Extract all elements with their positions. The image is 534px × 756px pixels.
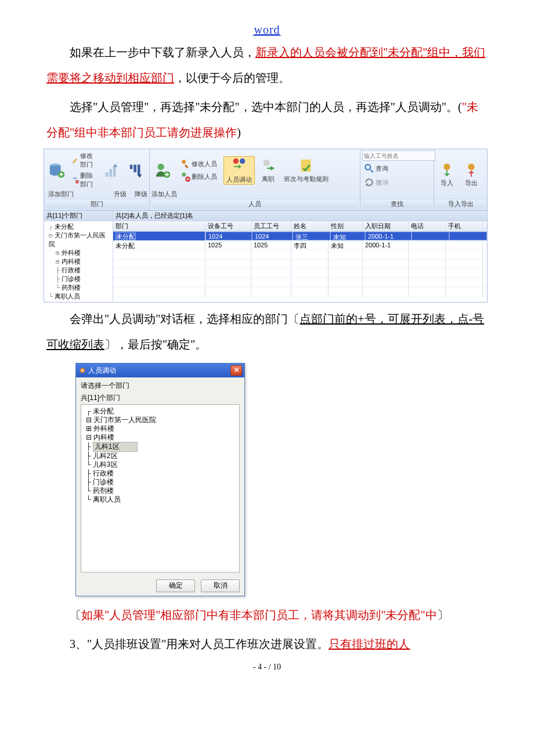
export-button[interactable]: 导出 bbox=[460, 161, 482, 188]
page-footer: - 4 - / 10 bbox=[46, 663, 488, 672]
paragraph-1: 如果在上一步中下载了新录入人员，新录入的人员会被分配到"未分配"组中，我们需要将… bbox=[46, 39, 488, 91]
table-row[interactable]: 未分配 1025 1025 李四 未知 2000-1-1 bbox=[113, 241, 487, 250]
table-row bbox=[113, 250, 487, 260]
svg-rect-8 bbox=[134, 165, 136, 172]
database-add-icon bbox=[48, 161, 66, 179]
gear-icon bbox=[78, 366, 86, 375]
magnifier-icon bbox=[364, 163, 374, 174]
svg-point-15 bbox=[233, 158, 239, 163]
pencil-icon bbox=[72, 155, 79, 165]
dialog-tree[interactable]: ┌ 未分配 ⊟ 天门市第一人民医院 ⊞ 外科楼 ⊟ 内科楼 ├ 儿科1区 ├ 儿… bbox=[81, 404, 240, 573]
svg-point-16 bbox=[240, 158, 245, 163]
downgrade-button[interactable] bbox=[125, 161, 147, 179]
cancel-button[interactable]: 取消 bbox=[201, 579, 240, 592]
page-header: word bbox=[46, 23, 488, 36]
svg-rect-4 bbox=[106, 172, 109, 177]
modify-dept-button[interactable]: 修改部门 bbox=[70, 150, 99, 170]
close-icon[interactable]: ✕ bbox=[230, 365, 242, 376]
search-input[interactable] bbox=[362, 150, 435, 161]
user-edit-icon bbox=[180, 159, 190, 169]
svg-rect-9 bbox=[138, 165, 140, 176]
table-row[interactable]: 未分配 1024 1024 张三 未知 2000-1-1 bbox=[113, 232, 487, 241]
bars-down-icon bbox=[128, 161, 145, 179]
paragraph-4: 〔如果"人员管理"相应部门中有非本部门员工，请将其调动到"未分配"中〕 bbox=[46, 602, 488, 628]
svg-point-19 bbox=[365, 164, 370, 170]
cancel-search-button[interactable]: 撤消 bbox=[362, 176, 432, 189]
svg-point-12 bbox=[182, 160, 186, 164]
svg-point-20 bbox=[443, 164, 450, 170]
svg-rect-7 bbox=[130, 165, 133, 170]
delete-dept-button[interactable]: 删除部门 bbox=[70, 170, 99, 190]
leave-button[interactable]: 离职 bbox=[257, 157, 279, 183]
import-button[interactable]: 导入 bbox=[436, 161, 458, 188]
paragraph-2: 选择"人员管理"，再选择"未分配"，选中本部门的人员，再选择"人员调动"。("未… bbox=[46, 94, 488, 145]
dept-tree[interactable]: ┌ 未分配 ⊟ 天门市第一人民医院 ⊞ 外科楼 ⊞ 内科楼 ├ 行政楼 ├ 门诊… bbox=[44, 221, 113, 302]
users-swap-icon bbox=[230, 157, 248, 174]
bars-up-icon bbox=[103, 161, 121, 179]
transfer-person-button[interactable]: 人员调动 bbox=[223, 156, 255, 185]
svg-rect-6 bbox=[113, 166, 116, 177]
svg-point-23 bbox=[81, 370, 84, 372]
dialog-count: 共[11]个部门 bbox=[81, 393, 240, 403]
svg-point-2 bbox=[73, 178, 77, 179]
svg-point-10 bbox=[158, 164, 164, 170]
database-delete-icon bbox=[72, 175, 79, 185]
user-export-icon bbox=[463, 161, 480, 179]
user-delete-icon bbox=[180, 171, 190, 182]
user-import-icon bbox=[438, 161, 456, 179]
shift-rule-button[interactable]: 班次与考勤规则 bbox=[282, 157, 331, 183]
user-leave-icon bbox=[259, 157, 277, 175]
dept-count: 共[11]个部门 bbox=[44, 211, 113, 221]
table-row bbox=[113, 260, 487, 269]
add-person-button[interactable] bbox=[151, 161, 174, 179]
svg-point-17 bbox=[264, 159, 270, 165]
screenshot-toolbar: 修改部门 删除部门 添加部门升级 降级 部门 修改人员 删除人员 bbox=[46, 149, 488, 303]
selected-node[interactable]: 儿科1区 bbox=[93, 442, 138, 452]
user-add-icon bbox=[154, 161, 171, 179]
modify-person-button[interactable]: 修改人员 bbox=[178, 157, 219, 170]
note-check-icon bbox=[298, 157, 315, 175]
svg-rect-5 bbox=[109, 169, 112, 177]
table-row bbox=[113, 269, 487, 278]
paragraph-5: 3、"人员排班设置"用来对人员工作班次进展设置。只有排过班的人 bbox=[46, 631, 488, 657]
dialog-prompt: 请选择一个部门 bbox=[81, 381, 240, 391]
add-dept-button[interactable] bbox=[46, 161, 68, 179]
ok-button[interactable]: 确定 bbox=[156, 579, 195, 592]
paragraph-3: 会弹出"人员调动"对话框，选择相应的部门〔点部门前的+号，可展开列表，点-号可收… bbox=[46, 306, 488, 357]
delete-person-button[interactable]: 删除人员 bbox=[178, 170, 219, 183]
svg-point-21 bbox=[468, 164, 474, 170]
refresh-icon bbox=[364, 177, 374, 188]
transfer-dialog: 人员调动 ✕ 请选择一个部门 共[11]个部门 ┌ 未分配 ⊟ 天门市第一人民医… bbox=[75, 363, 245, 596]
table-row bbox=[113, 287, 487, 297]
person-count: 共[2]名人员，已经选定[1]名 bbox=[113, 211, 487, 221]
table-row bbox=[113, 278, 487, 287]
grid-header: 部门 设备工号 员工工号 姓名 性别 入职日期 电话 手机 bbox=[113, 221, 487, 232]
svg-point-13 bbox=[182, 172, 186, 177]
search-button[interactable]: 查询 bbox=[362, 162, 432, 175]
dialog-title: 人员调动 bbox=[78, 366, 116, 376]
upgrade-button[interactable] bbox=[101, 161, 123, 179]
